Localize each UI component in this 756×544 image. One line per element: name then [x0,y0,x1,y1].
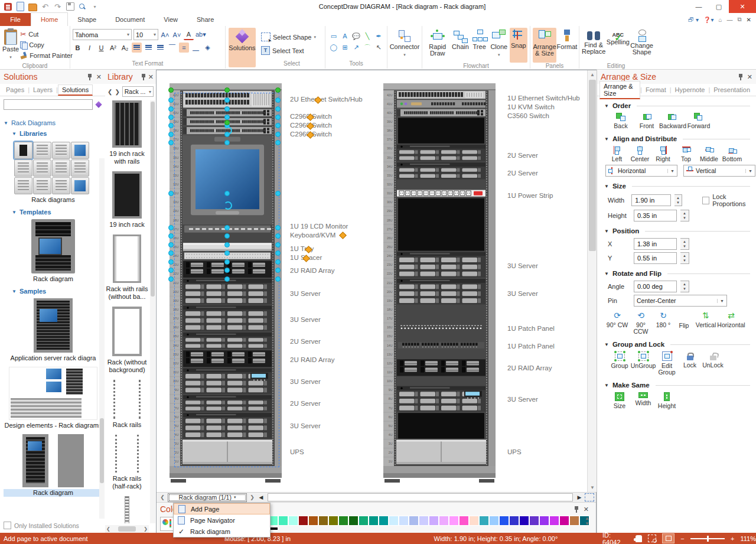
selection-handle[interactable] [168,242,174,247]
selection-handle-top[interactable] [224,120,230,125]
color-swatch[interactable] [379,516,389,526]
text-direction-icon[interactable]: ◈ [203,43,213,53]
make-same-width-button[interactable]: Width [631,392,655,409]
selection-handle[interactable] [224,233,230,239]
rotate-handle[interactable] [224,201,232,210]
order-forward-button[interactable]: Forward [686,113,712,129]
selection-handle[interactable] [275,140,281,145]
selection-handle[interactable] [275,250,281,256]
color-swatch[interactable] [509,516,519,526]
fit-page-icon[interactable] [585,493,594,501]
color-swatch[interactable] [359,516,369,526]
library-hscrollbar[interactable]: ❮❯ [105,525,149,533]
tab-solutions[interactable]: Solutions [58,84,93,96]
superscript-icon[interactable]: A² [108,43,118,53]
cut-button[interactable]: ✂Cut [20,30,73,38]
sample-item[interactable]: Design elements - Rack diagrams [4,367,103,429]
selection-handle-top[interactable] [275,87,281,93]
color-swatch[interactable] [499,516,509,526]
text-control-handle[interactable] [339,232,347,239]
section-size[interactable]: ▼Size [604,183,756,190]
make-same-height-button[interactable]: Height [655,392,679,409]
callout-tool-icon[interactable]: 💬 [351,31,361,41]
lock-button[interactable]: Lock [679,351,701,376]
scroll-up-icon[interactable]: ▲ [588,70,597,79]
menu-item[interactable]: Add Page [174,503,270,514]
selection-handle[interactable] [275,132,281,137]
tab-document[interactable]: Document [106,13,154,26]
app-logo-icon[interactable] [4,2,12,11]
tab-arrange-size[interactable]: Arrange & Size [599,81,640,99]
library-item[interactable]: Single rack rail [106,496,148,523]
selection-handle[interactable] [275,225,281,230]
distribute-horizontal-dropdown[interactable]: Horizontal▼ [605,165,677,177]
lock-proportions-checkbox[interactable] [702,197,709,204]
color-swatch[interactable] [298,516,308,526]
drawing-canvas[interactable]: 42U41U40U39U38U37U36U35U34U33U32U31U30U2… [157,70,587,492]
library-next-icon[interactable]: ❯ [115,89,119,95]
snap-button[interactable]: Snap [510,28,527,63]
selection-handle[interactable] [224,97,230,103]
selection-handle[interactable] [275,259,281,265]
doc-minimize-icon[interactable]: — [726,17,732,23]
shrink-font-icon[interactable]: A˅ [172,30,182,40]
libraries-thumbnails[interactable] [14,142,92,194]
change-shape-button[interactable]: Change Shape [630,28,653,63]
color-swatch[interactable] [429,516,439,526]
selection-handle[interactable] [275,233,281,239]
library-item[interactable]: 19 inch rack with rails [105,100,149,165]
selection-handle[interactable] [275,123,281,128]
library-item[interactable]: Rack with rails (without ba... [105,234,149,301]
scroll-right-icon[interactable]: ▶ [576,494,583,500]
pin-icon[interactable] [87,74,92,80]
tab-share[interactable]: Share [187,13,223,26]
menu-item[interactable]: ✓ Rack diagram [174,526,270,537]
make-same-size-button[interactable]: Size [608,392,631,409]
selection-handle[interactable] [224,242,230,247]
solutions-search-input[interactable] [4,99,93,110]
align-right-button[interactable]: Right [651,146,674,162]
color-swatch[interactable] [559,516,569,526]
font-family-combo[interactable]: Tahoma▾ [73,29,132,40]
flip-horizontal-button[interactable]: ⇄Horizontal [718,311,745,335]
new-document-icon[interactable] [16,2,25,11]
group-button[interactable]: Group [608,351,631,376]
section-group-lock[interactable]: ▼Group and Lock [604,341,756,348]
pan-tool-icon[interactable] [636,535,642,542]
curve-tool-icon[interactable]: ⌒ [363,43,372,52]
color-swatch[interactable] [439,516,449,526]
height-input[interactable]: 0.35 in [634,210,677,221]
distribute-vertical-dropdown[interactable]: Vertical▼ [683,165,755,177]
selection-handle[interactable] [168,106,174,112]
save-icon[interactable] [66,2,74,11]
prev-page-icon[interactable]: ❮ [159,494,166,500]
tab-presentation[interactable]: Presentation [710,85,754,95]
color-swatch[interactable] [569,516,579,526]
open-icon[interactable] [28,2,37,11]
close-button[interactable]: ✕ [729,0,756,13]
zoom-area-icon[interactable] [648,535,656,542]
color-swatch[interactable] [348,516,359,526]
selection-handle[interactable] [275,242,281,247]
close-icon[interactable]: ✕ [584,506,589,513]
pointer-tool-icon[interactable]: ↖ [374,43,383,52]
pin-dropdown[interactable]: Center-Center▼ [634,295,727,307]
library-dropdown[interactable]: Rack ...▾ [122,86,154,97]
color-swatch[interactable] [288,516,298,526]
selection-handle[interactable] [224,191,230,196]
color-swatch[interactable] [308,516,318,526]
align-center-icon[interactable] [144,43,154,53]
section-make-same[interactable]: ▼Make Same [604,382,756,389]
close-icon[interactable]: ✕ [747,73,752,81]
pen-tool-icon[interactable]: ✒ [374,31,383,41]
redo-icon[interactable]: ↷ [53,2,62,11]
italic-icon[interactable]: I [84,43,94,53]
valign-middle-icon[interactable]: = [179,43,189,53]
pin-icon[interactable] [141,74,146,80]
sample-item[interactable]: Rack diagram [4,434,103,497]
close-icon[interactable]: ✕ [96,73,102,81]
find-replace-button[interactable]: Find & Replace [582,28,605,63]
library-item[interactable]: Rack rails [113,380,141,429]
width-stepper[interactable]: ▲▼ [674,194,683,206]
selection-handle[interactable] [275,106,281,112]
